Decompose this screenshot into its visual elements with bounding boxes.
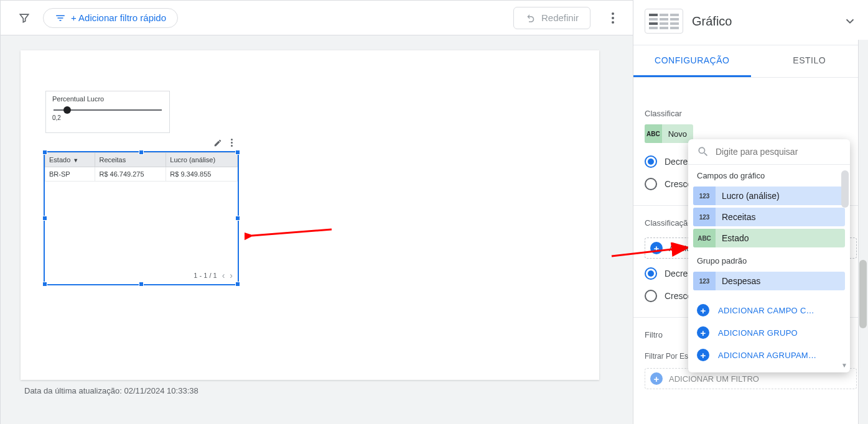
slider-thumb[interactable] [63,106,71,114]
plus-icon: + [650,372,663,385]
redefine-label: Redefinir [541,12,579,23]
data-table: Estado▼ Receitas Lucro (análise) BR-SP R… [45,152,238,182]
cell-lucro: R$ 9.349.855 [166,167,238,182]
field-estado[interactable]: ABC Estado [693,229,845,247]
table-chart-selected[interactable]: Estado▼ Receitas Lucro (análise) BR-SP R… [44,151,239,285]
add-group-button[interactable]: + ADICIONAR GRUPO [688,321,850,344]
field-despesas[interactable]: 123 Despesas [693,272,845,290]
popup-scrollbar[interactable] [841,170,849,208]
table-row[interactable]: BR-SP R$ 46.749.275 R$ 9.349.855 [45,167,238,182]
tab-style[interactable]: ESTILO [751,45,869,77]
col-lucro[interactable]: Lucro (análise) [166,153,238,167]
field-lucro-analise[interactable]: 123 Lucro (análise) [693,187,845,205]
slider-value: 0,2 [52,114,163,121]
plus-icon: + [697,349,709,361]
radio-icon [645,290,657,302]
chart-type-thumb[interactable] [645,9,683,34]
slider-track[interactable] [54,109,162,111]
radio-icon [645,178,657,190]
last-updated-text: Data da última atualização: 02/11/2024 1… [21,380,613,395]
table-pager: 1 - 1 / 1 ‹ › [194,270,233,280]
report-canvas[interactable]: Percentual Lucro 0,2 Estado▼ Receita [21,50,599,380]
cell-receitas: R$ 46.749.275 [95,167,166,182]
slider-title: Percentual Lucro [52,95,163,103]
top-toolbar: + Adicionar filtro rápido Redefinir [1,1,633,35]
panel-scrollbar-thumb[interactable] [859,260,867,328]
chip-type-abc: ABC [645,124,662,143]
pager-prev-icon[interactable]: ‹ [222,270,225,280]
filter-icon[interactable] [13,7,35,29]
radio-icon [645,267,657,280]
edit-icon[interactable] [213,139,222,147]
plus-icon: + [697,304,709,316]
plus-icon: + [650,242,663,254]
popup-dropdown-caret: ▼ [841,362,847,369]
sort-field-chip[interactable]: ABC Novo [645,124,693,143]
field-search-input[interactable] [716,147,841,157]
sort-section-label: Classificar [633,96,868,124]
quick-filter-label: + Adicionar filtro rápido [71,12,166,23]
annotation-arrow-1 [245,223,338,242]
pager-next-icon[interactable]: › [230,270,233,280]
field-receitas[interactable]: 123 Receitas [693,208,845,226]
svg-line-1 [252,229,332,236]
plus-icon: + [697,326,709,339]
search-icon [697,145,709,158]
panel-title: Gráfico [692,14,732,29]
add-calculated-field-button[interactable]: + ADICIONAR CAMPO C… [688,299,850,321]
cell-estado: BR-SP [45,167,95,182]
field-picker-popup: Campos do gráfico 123 Lucro (análise) 12… [688,139,850,372]
more-menu-icon[interactable] [605,12,620,24]
panel-scrollbar-track[interactable] [858,40,868,424]
table-kebab-icon[interactable] [231,139,233,147]
slider-control[interactable]: Percentual Lucro 0,2 [45,91,170,133]
redefine-button[interactable]: Redefinir [513,7,590,29]
col-estado[interactable]: Estado▼ [45,153,95,167]
radio-icon [645,155,657,168]
collapse-icon[interactable] [843,14,857,28]
add-binning-button[interactable]: + ADICIONAR AGRUPAM… [688,344,850,366]
group-default: Grupo padrão [688,250,850,269]
add-quick-filter-button[interactable]: + Adicionar filtro rápido [43,8,178,28]
tab-config[interactable]: CONFIGURAÇÃO [633,45,751,77]
group-chart-fields: Campos do gráfico [688,165,850,184]
col-receitas[interactable]: Receitas [95,153,166,167]
